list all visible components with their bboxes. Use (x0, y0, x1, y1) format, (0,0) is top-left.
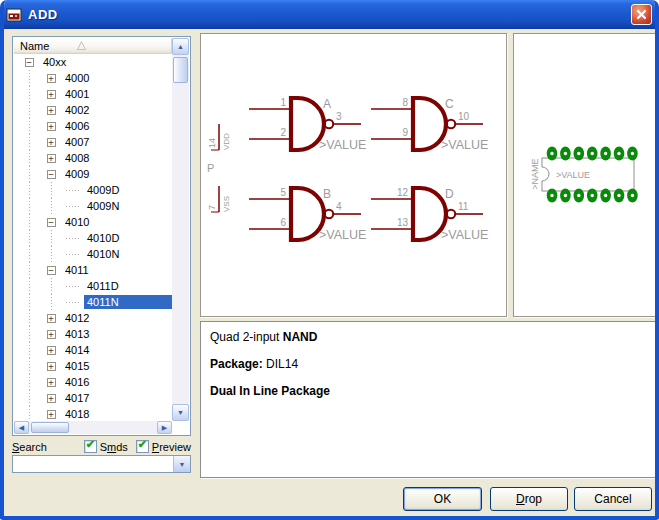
tree-leaf-connector (62, 230, 84, 246)
svg-text:>VALUE: >VALUE (319, 228, 366, 242)
tree-expander: + (40, 342, 62, 358)
expand-icon[interactable]: + (47, 106, 56, 115)
description-panel: Quad 2-input NANDPackage: DIL14Dual In L… (200, 321, 656, 478)
expand-icon[interactable]: + (47, 314, 56, 323)
tree-item-4013[interactable]: +4013 (14, 326, 172, 342)
tree-item-label: 4010D (84, 231, 122, 245)
tree-guide (18, 406, 40, 421)
close-icon (636, 9, 647, 20)
pad (614, 189, 625, 203)
svg-text:7: 7 (207, 205, 217, 210)
tree-item-4007[interactable]: +4007 (14, 134, 172, 150)
tree-leaf-connector (62, 294, 84, 310)
tree-item-4009n[interactable]: 4009N (14, 198, 172, 214)
tree-item-4014[interactable]: +4014 (14, 342, 172, 358)
library-tree: Name −40xx+4000+4001+4002+4006+4007+4008… (12, 36, 191, 436)
titlebar[interactable]: ADD (0, 0, 659, 29)
cancel-button[interactable]: Cancel (574, 487, 652, 511)
pad (560, 189, 571, 203)
tree-item-4015[interactable]: +4015 (14, 358, 172, 374)
tree-item-4000[interactable]: +4000 (14, 70, 172, 86)
tree-guide (18, 86, 40, 102)
tree-item-label: 40xx (40, 55, 69, 69)
add-dialog-window: ADD Name −40xx+4000+4001+4002+4006+4007+… (0, 0, 659, 520)
scroll-down-icon[interactable]: ▼ (172, 404, 189, 421)
tree-guide (18, 166, 40, 182)
tree-item-4018[interactable]: +4018 (14, 406, 172, 421)
horizontal-scroll-thumb[interactable] (31, 422, 69, 433)
expand-icon[interactable]: + (47, 154, 56, 163)
tree-guide (18, 390, 40, 406)
tree-item-4011n[interactable]: 4011N (14, 294, 172, 310)
tree-item-4011d[interactable]: 4011D (14, 278, 172, 294)
tree-item-4009d[interactable]: 4009D (14, 182, 172, 198)
svg-text:P: P (207, 162, 214, 174)
collapse-icon[interactable]: − (47, 170, 56, 179)
scroll-right-icon[interactable]: ▶ (157, 421, 172, 434)
tree-vertical-scrollbar[interactable]: ▲ ▼ (172, 38, 189, 421)
tree-item-4001[interactable]: +4001 (14, 86, 172, 102)
collapse-icon[interactable]: − (47, 266, 56, 275)
search-input[interactable] (13, 456, 173, 472)
tree-item-label: 4009 (62, 167, 92, 181)
tree-expander: + (40, 374, 62, 390)
expand-icon[interactable]: + (47, 410, 56, 419)
collapse-icon[interactable]: − (25, 58, 34, 67)
svg-text:8: 8 (402, 97, 408, 108)
tree-item-4010[interactable]: −4010 (14, 214, 172, 230)
description-line: Quad 2-input NAND (210, 330, 646, 344)
expand-icon[interactable]: + (47, 74, 56, 83)
expand-icon[interactable]: + (47, 330, 56, 339)
expand-icon[interactable]: + (47, 362, 56, 371)
tree-expander: + (40, 134, 62, 150)
search-combobox[interactable]: ▼ (12, 455, 191, 473)
svg-text:C: C (445, 97, 454, 111)
preview-checkbox[interactable]: ✔ Preview (136, 440, 191, 453)
tree-header-label: Name (20, 40, 49, 52)
tree-item-label: 4015 (62, 359, 92, 373)
tree-item-4002[interactable]: +4002 (14, 102, 172, 118)
tree-item-4011[interactable]: −4011 (14, 262, 172, 278)
svg-text:6: 6 (280, 217, 286, 228)
tree-item-4008[interactable]: +4008 (14, 150, 172, 166)
tree-item-40xx[interactable]: −40xx (14, 54, 172, 70)
tree-item-4017[interactable]: +4017 (14, 390, 172, 406)
tree-item-4006[interactable]: +4006 (14, 118, 172, 134)
tree-guide (40, 294, 62, 310)
tree-item-label: 4013 (62, 327, 92, 341)
svg-text:4: 4 (336, 201, 342, 212)
pad (600, 189, 611, 203)
drop-button[interactable]: Drop (490, 487, 568, 511)
nand-gate-c: C1089>VALUE (371, 97, 488, 152)
vertical-scroll-thumb[interactable] (173, 57, 188, 83)
power-gate-p: 14VDD7VSSP (207, 124, 231, 212)
combo-dropdown-button[interactable]: ▼ (173, 456, 190, 472)
expand-icon[interactable]: + (47, 90, 56, 99)
smds-checkbox-label: Smds (100, 441, 128, 453)
expand-icon[interactable]: + (47, 122, 56, 131)
expand-icon[interactable]: + (47, 378, 56, 387)
smds-checkbox[interactable]: ✔ Smds (84, 440, 128, 453)
expand-icon[interactable]: + (47, 346, 56, 355)
tree-item-4012[interactable]: +4012 (14, 310, 172, 326)
tree-expander: + (40, 358, 62, 374)
scroll-left-icon[interactable]: ◀ (14, 421, 29, 434)
expand-icon[interactable]: + (47, 138, 56, 147)
tree-item-4010n[interactable]: 4010N (14, 246, 172, 262)
tree-item-4010d[interactable]: 4010D (14, 230, 172, 246)
tree-guide (18, 102, 40, 118)
tree-column-header-name[interactable]: Name (14, 38, 172, 54)
expand-icon[interactable]: + (47, 394, 56, 403)
tree-expander: + (40, 326, 62, 342)
scroll-up-icon[interactable]: ▲ (172, 38, 189, 55)
tree-expander: − (40, 262, 62, 278)
tree-item-4009[interactable]: −4009 (14, 166, 172, 182)
close-button[interactable] (631, 4, 652, 25)
tree-item-4016[interactable]: +4016 (14, 374, 172, 390)
ok-button[interactable]: OK (403, 487, 482, 511)
tree-guide (40, 278, 62, 294)
tree-horizontal-scrollbar[interactable]: ◀ ▶ (14, 421, 172, 434)
collapse-icon[interactable]: − (47, 218, 56, 227)
svg-text:5: 5 (280, 187, 286, 198)
tree-expander: − (40, 166, 62, 182)
